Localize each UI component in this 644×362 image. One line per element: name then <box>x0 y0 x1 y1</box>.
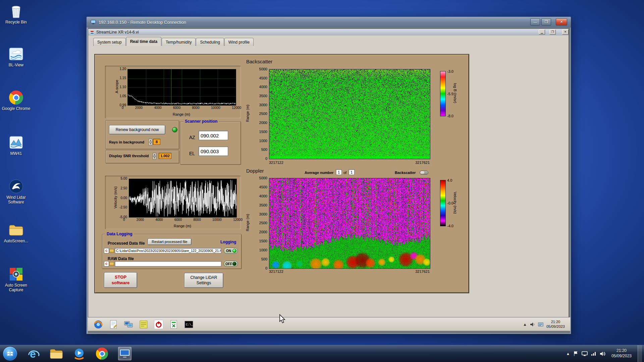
display-icon[interactable] <box>582 351 588 356</box>
average-count-value[interactable]: 1 <box>348 169 355 175</box>
ascope-y-axis: 1.201.151.101.050.99 <box>112 67 126 107</box>
start-button[interactable] <box>3 346 17 361</box>
stepper-down-icon[interactable]: ▼ <box>149 142 152 145</box>
tick-label: -0.0 <box>447 201 453 205</box>
az-label: AZ <box>189 135 195 140</box>
stepper-up-icon[interactable]: ▲ <box>149 139 152 142</box>
remote-notepad-icon[interactable] <box>109 320 118 329</box>
tab-label: Wind profile <box>228 40 250 45</box>
data-logging-title: Data Logging <box>105 232 134 236</box>
labview-minimize-button[interactable]: ▁ <box>539 29 545 35</box>
rdp-maximize-button[interactable]: ❐ <box>541 18 551 25</box>
data-logging-group: Data Logging Processed Data file Restart… <box>102 234 241 269</box>
average-number-value[interactable]: 1 <box>336 169 342 175</box>
tab-real-time-data[interactable]: Real time data <box>126 37 161 46</box>
snr-value[interactable]: 1.002 <box>159 153 171 159</box>
media-player-icon[interactable] <box>72 347 86 360</box>
host-clock[interactable]: 21:20 05/09/2023 <box>609 348 634 359</box>
processed-path-drive-icon[interactable]: C <box>104 248 109 253</box>
action-center-icon[interactable] <box>573 351 578 356</box>
tick-label: 2000 <box>259 230 267 234</box>
remote-browser-icon[interactable] <box>94 320 103 329</box>
desktop-icon-recycle-bin[interactable]: Recycle Bin <box>1 3 32 24</box>
processed-path-browse-icon[interactable] <box>109 249 114 253</box>
ie-taskbar-icon[interactable]: e <box>27 347 40 360</box>
renew-background-button[interactable]: Renew background now <box>109 125 165 134</box>
remote-spreadsheet-icon[interactable] <box>169 320 178 329</box>
backscatter-toggle[interactable] <box>420 171 428 175</box>
tick-label: 4500 <box>259 76 267 80</box>
network-icon[interactable] <box>591 351 596 356</box>
remote-keyboard-icon[interactable] <box>538 322 543 326</box>
stop-software-button[interactable]: STOP software <box>104 272 137 288</box>
rdp-titlebar[interactable]: 192.168.0.150 - Remote Desktop Connectio… <box>87 17 571 27</box>
tick-label: 6000 <box>173 106 180 110</box>
rays-stepper[interactable]: ▲▼ <box>149 139 152 145</box>
processed-path-field[interactable]: C:\Lidar\Data\Proc\2023\202309\20230905\… <box>115 248 221 253</box>
tick-label: 2000 <box>259 121 267 125</box>
rdp-window: 192.168.0.150 - Remote Desktop Connectio… <box>86 16 571 334</box>
desktop-icon-wind-lidar[interactable]: Wind Lidar Software <box>1 179 32 205</box>
rdp-minimize-button[interactable]: — <box>530 18 540 25</box>
velocity-x-label: Range (m) <box>166 224 199 228</box>
az-value[interactable]: 090.002 <box>199 131 228 140</box>
tab-system-setup[interactable]: System setup <box>93 38 126 46</box>
volume-icon[interactable] <box>600 351 605 356</box>
toggle-label: ON <box>226 249 231 253</box>
desktop-icon-autoscreen-folder[interactable]: AutoScreen... <box>1 222 32 243</box>
chrome-taskbar-icon[interactable] <box>95 347 109 360</box>
desktop-icon-auto-screen-capture[interactable]: Auto Screen Capture <box>1 266 32 293</box>
rays-value[interactable]: 8 <box>153 139 160 145</box>
raw-path-browse-icon[interactable] <box>109 262 114 266</box>
raw-path-field[interactable] <box>115 261 221 266</box>
toggle-led-icon <box>232 262 236 266</box>
processed-logging-toggle[interactable]: ON <box>224 248 238 254</box>
stepper-up-icon[interactable]: ▲ <box>153 153 156 156</box>
svg-text:C:\_: C:\_ <box>186 323 193 326</box>
remote-computers-icon[interactable] <box>124 320 133 329</box>
stepper-down-icon[interactable]: ▼ <box>153 156 156 160</box>
velocity-y-label: Velocity (m/s) <box>113 177 117 218</box>
desktop-icon-bl-view[interactable]: BL-View <box>1 46 32 67</box>
restart-processed-file-button[interactable]: Restart processed file <box>148 238 192 245</box>
tab-temp-humidity[interactable]: Temp/humidity <box>162 38 196 46</box>
tick-label: 500 <box>261 257 267 261</box>
remote-notes-icon[interactable] <box>139 320 148 329</box>
remote-power-icon[interactable] <box>154 320 163 329</box>
backscatter-x-start: 3217122 <box>269 161 283 165</box>
ascope-plot <box>127 69 236 106</box>
tick-label: 8000 <box>192 106 200 110</box>
desktop-icon-google-chrome[interactable]: Google Chrome <box>1 90 32 111</box>
snr-stepper[interactable]: ▲▼ <box>153 153 156 159</box>
el-value[interactable]: 090.003 <box>199 146 228 156</box>
backscatter-x-end: 3217621 <box>404 161 430 165</box>
tick-label: 2000 <box>137 218 144 222</box>
change-lidar-settings-button[interactable]: Change LiDAR Settings <box>184 273 223 288</box>
tick-label: 10000 <box>212 218 222 222</box>
rdp-close-button[interactable]: ✕ <box>556 18 567 25</box>
remote-clock[interactable]: 21:20 05/09/2023 <box>546 320 565 329</box>
logging-label: Logging <box>220 240 236 244</box>
remote-tray-chevron-icon[interactable]: ▲ <box>523 322 527 327</box>
labview-restore-button[interactable]: ❐ <box>549 29 556 35</box>
tray-chevron-icon[interactable]: ▲ <box>566 352 570 356</box>
tick-label: 3500 <box>259 203 267 207</box>
tab-scheduling[interactable]: Scheduling <box>196 38 224 46</box>
raw-path-drive-icon[interactable]: C <box>104 261 109 266</box>
desktop-icon-mw41[interactable]: MW41 <box>1 135 32 156</box>
remote-console-icon[interactable]: C:\_ <box>184 320 194 329</box>
tick-label: 2500 <box>259 112 267 116</box>
remote-volume-icon[interactable] <box>530 322 535 327</box>
tick-label: 8000 <box>194 218 201 222</box>
background-controls-group <box>105 120 179 149</box>
show-desktop-button[interactable] <box>638 345 642 362</box>
tick-label: 1.05 <box>120 94 126 98</box>
rdp-taskbar-icon[interactable] <box>118 347 131 360</box>
labview-titlebar[interactable]: StreamLine XR v14-6.vi ▁ ❐ ✕ <box>88 29 569 36</box>
tab-wind-profile[interactable]: Wind profile <box>224 38 254 46</box>
raw-logging-toggle[interactable]: OFF <box>224 261 238 267</box>
labview-close-button[interactable]: ✕ <box>562 29 569 35</box>
explorer-folder-icon[interactable] <box>50 347 63 360</box>
doppler-colorbar <box>440 180 446 226</box>
host-clock-time: 21:20 <box>611 348 632 354</box>
